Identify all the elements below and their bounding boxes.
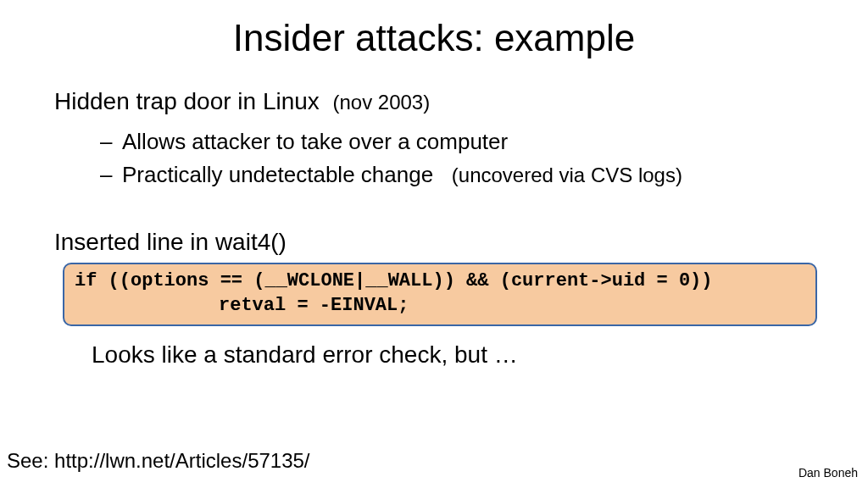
lead-text: Hidden trap door in Linux [54, 88, 320, 114]
author-credit: Dan Boneh [798, 466, 858, 480]
slide-content: Hidden trap door in Linux (nov 2003) All… [0, 88, 868, 369]
followup-text: Looks like a standard error check, but … [92, 341, 827, 369]
bullet-list: Allows attacker to take over a computer … [100, 125, 827, 191]
lead-line: Hidden trap door in Linux (nov 2003) [54, 88, 827, 115]
bullet-text: Allows attacker to take over a computer [122, 129, 508, 154]
bullet-note: (uncovered via CVS logs) [452, 164, 682, 186]
section-label: Inserted line in wait4() [54, 229, 827, 256]
code-line-2: retval = -EINVAL; [75, 294, 805, 319]
lead-note: (nov 2003) [332, 91, 430, 114]
slide: Insider attacks: example Hidden trap doo… [0, 0, 868, 488]
reference-link: See: http://lwn.net/Articles/57135/ [7, 449, 310, 473]
bullet-item: Allows attacker to take over a computer [100, 125, 827, 158]
code-line-1: if ((options == (__WCLONE|__WALL)) && (c… [75, 270, 713, 291]
slide-title: Insider attacks: example [0, 0, 868, 76]
code-box: if ((options == (__WCLONE|__WALL)) && (c… [63, 263, 817, 326]
bullet-text: Practically undetectable change [122, 162, 433, 187]
bullet-item: Practically undetectable change (uncover… [100, 158, 827, 191]
